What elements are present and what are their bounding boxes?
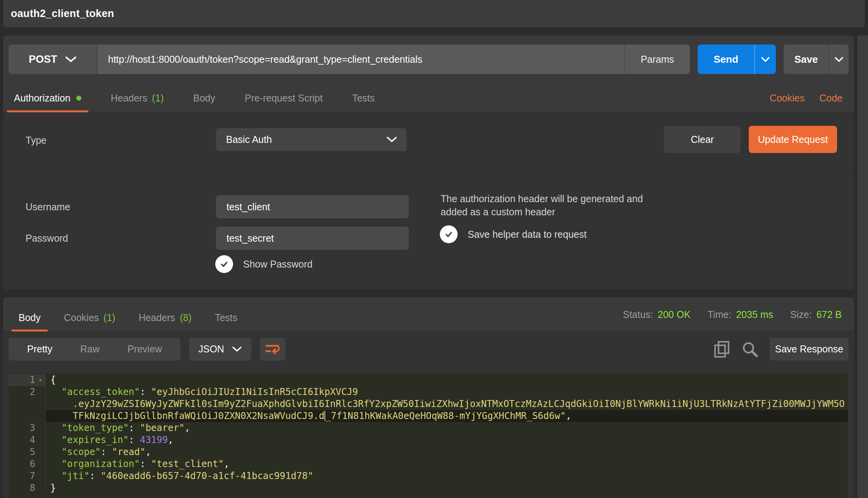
- code-token: "access_token": [62, 386, 140, 397]
- send-options-button[interactable]: [754, 45, 776, 74]
- response-time-label: Time:: [708, 309, 732, 320]
- code-text[interactable]: "scope": "read",: [46, 446, 848, 458]
- tab-body[interactable]: Body: [15, 304, 45, 331]
- tab-body[interactable]: Body: [189, 84, 219, 112]
- tab-headers[interactable]: Headers(8): [135, 304, 196, 331]
- params-label: Params: [641, 54, 674, 65]
- copy-button[interactable]: [714, 341, 730, 358]
- code-line: TFkNzgiLCJjbGllbnRfaWQiOiJ0ZXN0X2NsaWVud…: [9, 410, 848, 422]
- fold-caret-icon[interactable]: ▾: [35, 374, 45, 386]
- save-response-button[interactable]: Save Response: [770, 338, 849, 361]
- tab-headers[interactable]: Headers(1): [107, 84, 168, 112]
- line-number: 8: [30, 482, 35, 494]
- code-text[interactable]: "jti": "460eadd6-b657-4d70-a1cf-41bcac99…: [46, 470, 848, 482]
- response-status-value: 200 OK: [658, 309, 691, 320]
- response-toolbar: PrettyRawPreview JSON Sa: [9, 338, 849, 361]
- response-time: Time:2035 ms: [708, 309, 773, 320]
- chevron-down-icon: [65, 56, 77, 63]
- search-button[interactable]: [742, 341, 758, 357]
- code-token: _7f1N81hKWakA0eQeHOqW88-mYjYGgXHChMR_S6d…: [325, 410, 566, 421]
- line-number-gutter: 3: [9, 422, 46, 434]
- wrap-text-button[interactable]: [260, 338, 285, 361]
- tab-cookies[interactable]: Cookies(1): [60, 304, 119, 331]
- code-token: "eyJhbGciOiJIUzI1NiIsInR5cCI6IkpXVCJ9: [151, 386, 358, 397]
- code-line: 3 "token_type": "bearer",: [9, 422, 848, 434]
- method-dropdown[interactable]: POST: [9, 45, 98, 74]
- update-request-button[interactable]: Update Request: [749, 126, 837, 153]
- password-input[interactable]: [216, 232, 409, 244]
- search-icon: [742, 341, 758, 357]
- wrap-text-icon: [265, 343, 280, 355]
- response-top: BodyCookies(1)Headers(8)Tests Status:200…: [3, 297, 854, 331]
- url-input[interactable]: [98, 53, 624, 65]
- response-time-value: 2035 ms: [736, 309, 773, 320]
- chevron-down-icon: [761, 57, 770, 62]
- code-text[interactable]: "organization": "test_client",: [46, 458, 848, 470]
- mode-preview[interactable]: Preview: [113, 343, 176, 355]
- format-label: JSON: [198, 343, 224, 355]
- tab-authorization[interactable]: Authorization: [10, 84, 85, 112]
- response-size: Size:672 B: [790, 309, 842, 320]
- cookies-link[interactable]: Cookies: [770, 93, 805, 104]
- response-body-editor[interactable]: 1▾{2 "access_token": "eyJhbGciOiJIUzI1Ni…: [9, 373, 848, 498]
- line-number-gutter: [9, 410, 46, 422]
- username-input[interactable]: [216, 201, 409, 213]
- code-text[interactable]: "expires_in": 43199,: [46, 434, 848, 446]
- format-dropdown[interactable]: JSON: [189, 338, 251, 361]
- code-text[interactable]: }: [46, 482, 848, 494]
- code-text[interactable]: "access_token": "eyJhbGciOiJIUzI1NiIsInR…: [46, 386, 848, 398]
- method-label: POST: [29, 53, 57, 65]
- code-token: "jti": [62, 471, 89, 481]
- save-helper-checkbox[interactable]: [440, 225, 458, 243]
- tab-tests[interactable]: Tests: [211, 304, 241, 331]
- code-token: :: [140, 386, 151, 397]
- code-line: 6 "organization": "test_client",: [9, 458, 848, 470]
- tab-tests[interactable]: Tests: [348, 84, 378, 112]
- clear-button[interactable]: Clear: [664, 126, 741, 153]
- tab-count-badge: (1): [103, 312, 115, 323]
- save-button[interactable]: Save: [784, 45, 829, 74]
- code-token: "test_client": [151, 459, 224, 469]
- code-text[interactable]: .eyJzY29wZSI6WyJyZWFkIl0sIm9yZ2FuaXphdGl…: [46, 398, 848, 410]
- tab-pre-request-script[interactable]: Pre-request Script: [241, 84, 326, 112]
- chevron-down-icon: [834, 57, 844, 62]
- response-size-value: 672 B: [817, 309, 842, 320]
- code-token: [50, 446, 62, 457]
- request-links: Cookies Code: [770, 84, 854, 112]
- line-number-gutter: 4: [9, 434, 46, 446]
- mode-pretty[interactable]: Pretty: [13, 343, 66, 355]
- mode-raw[interactable]: Raw: [66, 343, 113, 355]
- params-button[interactable]: Params: [624, 45, 690, 74]
- code-token: [50, 422, 62, 433]
- line-number-gutter: 2: [9, 386, 46, 398]
- save-helper-label: Save helper data to request: [468, 229, 587, 240]
- code-token: "bearer": [140, 422, 185, 433]
- show-password-checkbox[interactable]: [215, 255, 233, 273]
- request-builder-panel: POST Params Send Save Author: [3, 36, 854, 290]
- code-line: 2 "access_token": "eyJhbGciOiJIUzI1NiIsI…: [9, 386, 848, 398]
- code-text[interactable]: "token_type": "bearer",: [46, 422, 848, 434]
- code-text[interactable]: TFkNzgiLCJjbGllbnRfaWQiOiJ0ZXN0X2NsaWVud…: [46, 410, 848, 422]
- send-button[interactable]: Send: [698, 45, 754, 74]
- line-number: 5: [30, 446, 35, 458]
- tab-label: Tests: [352, 93, 374, 104]
- save-options-button[interactable]: [829, 45, 849, 74]
- code-token: :: [140, 459, 151, 469]
- code-token: [50, 434, 62, 445]
- save-button-group: Save: [784, 45, 849, 74]
- code-token: "460eadd6-b657-4d70-a1cf-41bcac991d78": [101, 471, 313, 481]
- page-scrollbar[interactable]: [857, 36, 868, 498]
- code-token: "expires_in": [62, 434, 129, 445]
- copy-icon: [714, 341, 730, 358]
- username-field-wrap: [216, 195, 409, 218]
- code-link[interactable]: Code: [819, 93, 842, 104]
- auth-type-dropdown[interactable]: Basic Auth: [216, 128, 407, 151]
- tab-label: Tests: [215, 312, 237, 323]
- code-line: 1▾{: [9, 374, 848, 386]
- request-name: oauth2_client_token: [3, 8, 114, 20]
- code-token: .eyJzY29wZSI6WyJyZWFkIl0sIm9yZ2FuaXphdGl…: [50, 398, 845, 409]
- code-token: :: [89, 471, 101, 481]
- code-token: [50, 386, 62, 397]
- code-token: ,: [224, 459, 229, 469]
- code-text[interactable]: {: [46, 374, 848, 386]
